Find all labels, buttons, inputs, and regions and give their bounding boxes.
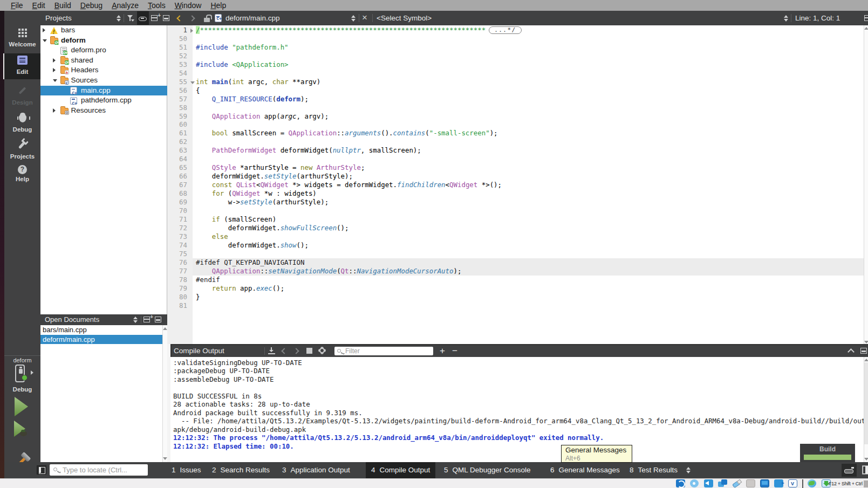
panes-combo-icon[interactable]	[686, 467, 691, 473]
collapse-arrow-icon[interactable]	[43, 39, 47, 42]
projects-pane-combo-icon[interactable]	[117, 15, 121, 22]
code-line-51: 51#include "pathdeform.h"	[167, 43, 864, 52]
next-item-icon[interactable]	[293, 348, 299, 354]
taskbar-squares-icon[interactable]	[718, 479, 727, 487]
open-doc-0[interactable]: bars/main.cpp	[40, 325, 162, 335]
kit-target-name: Debug	[4, 386, 40, 393]
filter-icon[interactable]	[127, 15, 134, 22]
mode-help[interactable]: ?Help	[4, 162, 40, 188]
taskbar-audio-icon[interactable]	[704, 479, 713, 487]
taskbar-cam-icon[interactable]	[774, 479, 783, 487]
code-line-75: 75	[167, 250, 864, 258]
output-scrollbar[interactable]	[864, 357, 868, 462]
taskbar-cd-icon[interactable]	[690, 479, 699, 487]
mode-design[interactable]: Design	[4, 84, 40, 109]
menu-edit[interactable]: Edit	[28, 1, 50, 10]
editor-scrollbar[interactable]	[864, 25, 868, 345]
fold-marker-icon[interactable]	[190, 81, 195, 84]
code-line-62: 62	[167, 138, 864, 146]
zoom-in-icon[interactable]: +	[440, 345, 445, 357]
locator-input[interactable]: Type to locate (Ctrl...	[50, 464, 148, 476]
scroll-output-icon[interactable]	[268, 347, 275, 354]
mode-welcome[interactable]: Welcome	[4, 25, 40, 51]
output-pane-button-issues[interactable]: 1Issues	[172, 462, 201, 478]
scrollbar-thumb[interactable]	[864, 362, 868, 444]
fold-marker-icon[interactable]	[190, 29, 193, 33]
tree-item-Resources[interactable]: Resources	[40, 106, 167, 116]
debug-bug-icon[interactable]	[20, 431, 27, 436]
tree-item-shared[interactable]: Qtshared	[40, 56, 167, 66]
tree-item-label: deform.pro	[71, 45, 106, 56]
expand-arrow-icon[interactable]	[53, 68, 56, 72]
mode-debug[interactable]: Debug	[4, 111, 40, 136]
sidebar-separator	[4, 355, 40, 356]
close-output-icon[interactable]	[860, 348, 867, 354]
tree-item-deform[interactable]: Qtdeform	[40, 36, 167, 46]
code-line-76: 76#ifdef QT_KEYPAD_NAVIGATION	[167, 258, 864, 267]
sidebar-toggle-button[interactable]	[37, 465, 46, 475]
split-editor-icon[interactable]	[864, 15, 868, 21]
code-line-55: 55int main(int argc, char **argv)	[167, 78, 864, 86]
symbol-selector[interactable]: <Select Symbol>	[377, 11, 432, 25]
tree-item-Headers[interactable]: hHeaders	[40, 65, 167, 75]
open-documents-split-icon[interactable]	[143, 317, 150, 322]
right-sidebar-toggle-icon[interactable]	[862, 465, 868, 475]
close-document-icon[interactable]: ×	[362, 11, 367, 25]
menu-debug[interactable]: Debug	[76, 1, 107, 10]
cursor-combo-icon[interactable]	[784, 15, 789, 22]
close-pane-icon[interactable]	[163, 15, 169, 21]
taskbar-disk-icon[interactable]	[676, 479, 685, 487]
menu-help[interactable]: Help	[206, 1, 231, 10]
code-line-50: 50	[167, 35, 864, 43]
menu-file[interactable]: File	[6, 1, 28, 10]
sync-with-editor-button[interactable]	[137, 11, 149, 25]
output-pane-button-test-results[interactable]: 8Test Results	[630, 462, 678, 478]
output-filter-input[interactable]: Filter	[334, 347, 433, 355]
taskbar-usb-icon[interactable]	[732, 479, 741, 487]
taskbar-folder-icon[interactable]	[746, 479, 755, 487]
taskbar-sphere-icon[interactable]	[808, 479, 816, 487]
collapse-arrow-icon[interactable]	[53, 79, 57, 82]
document-combo-icon[interactable]	[351, 15, 356, 22]
open-doc-1[interactable]: deform/main.cpp	[40, 335, 162, 345]
settings-gear-icon[interactable]	[319, 348, 325, 353]
mode-projects[interactable]: Projects	[4, 136, 40, 162]
menu-analyze[interactable]: Analyze	[107, 1, 143, 10]
menu-build[interactable]: Build	[50, 1, 76, 10]
open-documents-combo-icon[interactable]	[133, 317, 138, 323]
menu-tools[interactable]: Tools	[143, 1, 170, 10]
output-line-3	[173, 383, 864, 392]
previous-item-icon[interactable]	[281, 348, 287, 354]
split-new-icon[interactable]	[151, 15, 158, 21]
expand-arrow-icon[interactable]	[53, 58, 56, 63]
open-documents-close-icon[interactable]	[155, 317, 161, 322]
code-editor[interactable]: 1/**************************************…	[167, 25, 864, 345]
output-pane-button-compile-output[interactable]: 4Compile Output	[366, 462, 435, 478]
back-icon[interactable]	[176, 15, 182, 21]
zoom-out-icon[interactable]: −	[452, 345, 457, 357]
taskbar-monitor-icon[interactable]	[760, 479, 769, 487]
kit-selector-arrow-icon[interactable]	[31, 370, 33, 375]
tree-item-main-cpp[interactable]: main.cpp	[40, 86, 167, 96]
open-documents-scrollbar[interactable]	[162, 325, 167, 462]
taskbar-vdoc-icon[interactable]	[788, 479, 797, 487]
tree-item-deform-pro[interactable]: Qtdeform.pro	[40, 45, 167, 56]
collapse-output-icon[interactable]	[848, 348, 855, 355]
expand-arrow-icon[interactable]	[43, 28, 45, 32]
forward-icon[interactable]	[189, 15, 195, 21]
tree-item-Sources[interactable]: CSources	[40, 75, 167, 86]
expand-arrow-icon[interactable]	[53, 108, 56, 113]
output-pane-button-general-messages[interactable]: 6General Messages	[550, 462, 620, 478]
progress-details-button[interactable]	[842, 464, 857, 477]
output-pane-button-application-output[interactable]: 3Application Output	[282, 462, 350, 478]
mode-edit[interactable]: Edit	[4, 53, 40, 79]
line-number: 69	[167, 198, 187, 207]
output-pane-button-search-results[interactable]: 2Search Results	[212, 462, 270, 478]
document-name[interactable]: deform/main.cpp	[225, 11, 280, 25]
line-number: 77	[167, 267, 187, 276]
tree-item-bars[interactable]: bars	[40, 25, 167, 36]
menu-window[interactable]: Window	[170, 1, 206, 10]
open-documents-header: Open Documents	[40, 314, 167, 325]
output-pane-button-qml-debugger-console[interactable]: 5QML Debugger Console	[444, 462, 531, 478]
tree-item-pathdeform-cpp[interactable]: pathdeform.cpp	[40, 95, 167, 106]
